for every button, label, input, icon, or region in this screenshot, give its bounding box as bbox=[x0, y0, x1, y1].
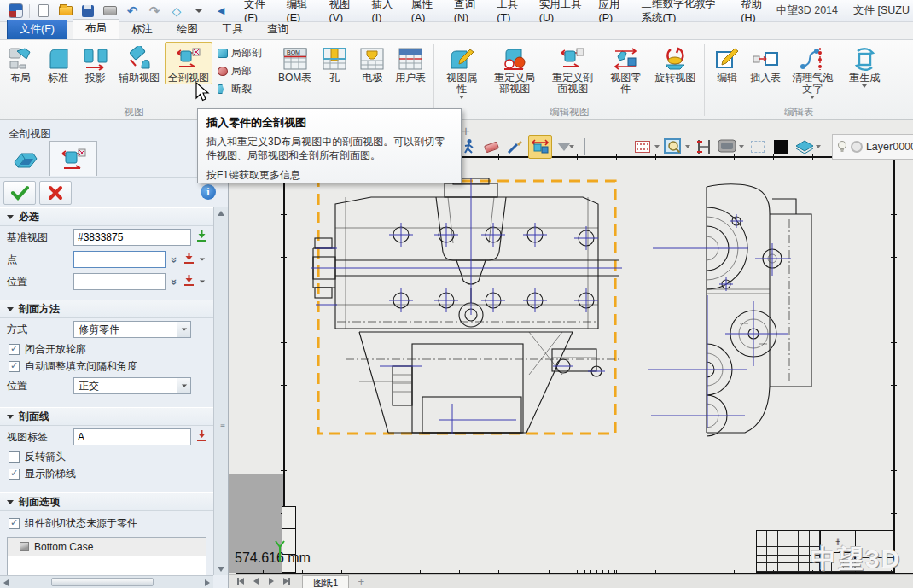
tab-layout[interactable]: 布局 bbox=[73, 19, 119, 39]
drawing-canvas[interactable]: + bbox=[229, 120, 913, 588]
dropdown-caret-icon[interactable] bbox=[816, 145, 821, 148]
regen-table-button[interactable]: 重生成 bbox=[840, 42, 888, 89]
pick-red-icon[interactable] bbox=[183, 274, 195, 289]
layout-button[interactable]: 布局 bbox=[3, 42, 38, 84]
tab-draw[interactable]: 绘图 bbox=[165, 20, 210, 39]
redefine-section-view-button[interactable]: 重定义剖面视图 bbox=[544, 42, 601, 96]
menu-view[interactable]: 视图(V) bbox=[321, 0, 363, 24]
bom-table-button[interactable]: BOM BOM表 bbox=[275, 42, 315, 84]
menu-tools[interactable]: 工具(T) bbox=[489, 0, 531, 24]
new-file-icon[interactable] bbox=[35, 3, 52, 19]
layer-stack-icon[interactable] bbox=[794, 137, 813, 156]
regen-icon[interactable]: ◇ bbox=[168, 3, 185, 19]
color-swatch-icon[interactable] bbox=[771, 137, 790, 156]
mode-select[interactable]: 修剪零件 bbox=[73, 321, 191, 338]
prev-sheet-icon[interactable] bbox=[249, 575, 263, 587]
broken-view-button[interactable]: 断裂 bbox=[215, 81, 265, 97]
sheet-tab[interactable]: 图纸1 bbox=[302, 575, 349, 588]
pick-red-icon[interactable] bbox=[195, 429, 208, 445]
filter-icon[interactable] bbox=[556, 137, 575, 156]
menu-insert[interactable]: 插入(I) bbox=[364, 0, 404, 24]
quick-access-dropdown-icon[interactable] bbox=[190, 3, 207, 19]
zoom-tool-icon[interactable] bbox=[664, 137, 683, 156]
edit-button[interactable]: 编辑 bbox=[709, 42, 745, 84]
rotate-view-button[interactable]: 旋转视图 bbox=[650, 42, 700, 84]
section-hatch[interactable]: 剖面线 bbox=[0, 407, 213, 426]
pick-red-icon[interactable] bbox=[183, 252, 195, 267]
point-input[interactable] bbox=[73, 251, 166, 268]
view-tag-input[interactable] bbox=[73, 428, 191, 445]
first-sheet-icon[interactable] bbox=[234, 575, 247, 587]
paint-icon[interactable] bbox=[505, 137, 524, 156]
scrollbar-thumb[interactable] bbox=[51, 578, 154, 586]
standard-view-button[interactable]: 标准 bbox=[40, 42, 76, 84]
front-view-drawing[interactable] bbox=[311, 177, 623, 439]
erase-icon[interactable] bbox=[482, 137, 501, 156]
section-options[interactable]: 剖面选项 bbox=[0, 492, 213, 511]
base-view-input[interactable] bbox=[73, 229, 191, 246]
next-sheet-icon[interactable] bbox=[265, 575, 278, 587]
panel-horizontal-scrollbar[interactable] bbox=[0, 575, 213, 588]
add-sheet-button[interactable]: + bbox=[351, 575, 371, 588]
open-file-icon[interactable] bbox=[57, 3, 74, 19]
last-sheet-icon[interactable] bbox=[280, 575, 294, 587]
dropdown-caret-icon[interactable] bbox=[654, 145, 660, 148]
local-section-button[interactable]: 局部剖 bbox=[215, 45, 265, 61]
component-state-checkbox[interactable] bbox=[9, 518, 20, 529]
selected-tool-icon[interactable] bbox=[528, 135, 552, 159]
menu-utilities[interactable]: 实用工具(U) bbox=[532, 0, 591, 24]
grid-settings-icon[interactable] bbox=[633, 137, 652, 156]
print-icon[interactable] bbox=[102, 3, 119, 19]
section-required[interactable]: 必选 bbox=[0, 207, 213, 226]
panel-vertical-scrollbar[interactable]: ≡ bbox=[213, 207, 228, 575]
pick-options-caret-icon[interactable] bbox=[200, 280, 205, 282]
view-part-button[interactable]: 视图零件 bbox=[602, 42, 648, 96]
collapse-ribbon-icon[interactable]: ◀ bbox=[212, 3, 230, 19]
undo-icon[interactable]: ↶ bbox=[124, 3, 141, 19]
show-step-checkbox[interactable] bbox=[9, 469, 20, 480]
pick-green-icon[interactable] bbox=[195, 230, 208, 245]
menu-inquire[interactable]: 查询(N) bbox=[446, 0, 490, 24]
pick-options-caret-icon[interactable] bbox=[200, 258, 205, 260]
flip-arrow-checkbox[interactable] bbox=[9, 451, 20, 463]
tab-inquire[interactable]: 查询 bbox=[255, 20, 300, 39]
detail-view-button[interactable]: 局部 bbox=[215, 63, 265, 79]
save-icon[interactable] bbox=[79, 3, 96, 19]
walk-through-icon[interactable] bbox=[459, 137, 478, 156]
panel-tab-3d[interactable] bbox=[2, 141, 49, 176]
insert-table-button[interactable]: 插入表 bbox=[747, 42, 784, 84]
electrode-table-button[interactable]: 电极 bbox=[354, 42, 390, 84]
menu-applications[interactable]: 应用(P) bbox=[591, 0, 634, 24]
expand-chevrons-icon[interactable]: » bbox=[168, 254, 181, 265]
cancel-button[interactable] bbox=[39, 181, 72, 205]
panel-tab-section[interactable] bbox=[49, 141, 97, 176]
user-table-button[interactable]: 用户表 bbox=[392, 42, 429, 84]
location-select[interactable]: 正交 bbox=[73, 377, 191, 394]
full-section-view-button[interactable]: 全剖视图 bbox=[165, 42, 212, 84]
expand-chevrons-icon[interactable]: » bbox=[168, 277, 181, 287]
redo-icon[interactable]: ↷ bbox=[146, 3, 163, 19]
ok-button[interactable] bbox=[3, 181, 36, 205]
dropdown-caret-icon[interactable] bbox=[685, 145, 690, 148]
layer-combo[interactable]: Layer0000 bbox=[832, 134, 913, 160]
dropdown-caret-icon[interactable] bbox=[739, 145, 744, 148]
panel-splitter-handle[interactable]: ≡ bbox=[220, 425, 225, 428]
section-method[interactable]: 剖面方法 bbox=[0, 300, 213, 318]
info-button[interactable]: i bbox=[201, 184, 216, 200]
display-mode-icon[interactable] bbox=[718, 137, 736, 156]
position-input[interactable] bbox=[73, 273, 166, 290]
close-profile-checkbox[interactable] bbox=[9, 344, 20, 355]
menu-attributes[interactable]: 属性(A) bbox=[404, 0, 446, 24]
constraint-icon[interactable] bbox=[695, 137, 713, 156]
auto-adjust-checkbox[interactable] bbox=[9, 361, 20, 372]
tab-annotate[interactable]: 标注 bbox=[119, 20, 165, 39]
menu-help[interactable]: 帮助(H) bbox=[733, 0, 776, 24]
clean-balloon-button[interactable]: 清理气泡文字 bbox=[786, 42, 839, 100]
hole-table-button[interactable]: 孔 bbox=[317, 42, 352, 84]
auxiliary-view-button[interactable]: 辅助视图 bbox=[115, 42, 163, 84]
projection-button[interactable]: 投影 bbox=[78, 42, 113, 84]
redefine-detail-view-button[interactable]: 重定义局部视图 bbox=[486, 42, 543, 96]
tab-file[interactable]: 文件(F) bbox=[7, 20, 67, 39]
selection-marquee-icon[interactable] bbox=[748, 137, 767, 156]
tab-tools[interactable]: 工具 bbox=[210, 20, 255, 39]
